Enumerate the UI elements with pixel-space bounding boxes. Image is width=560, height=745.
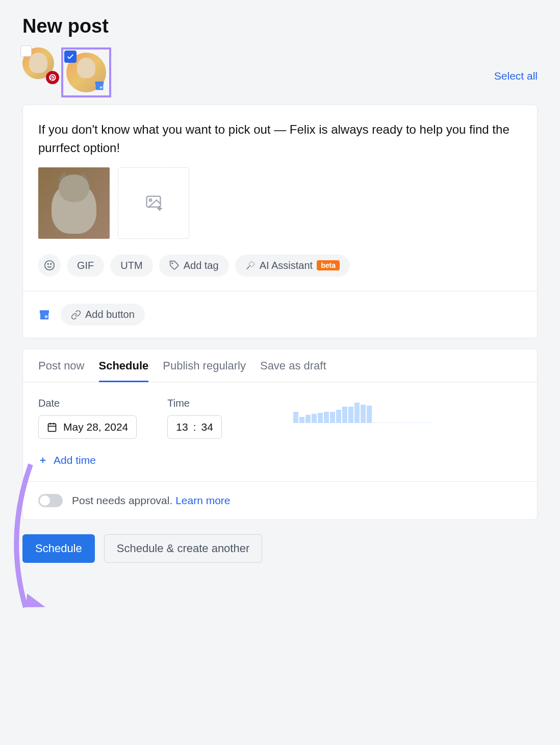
svg-point-3 bbox=[149, 199, 152, 202]
ai-assistant-label: AI Assistant bbox=[260, 260, 313, 271]
chart-bar bbox=[397, 422, 402, 423]
composer-toolbar: GIF UTM Add tag AI Assistant beta bbox=[23, 254, 537, 291]
emoji-button[interactable] bbox=[38, 254, 61, 277]
schedule-create-another-button[interactable]: Schedule & create another bbox=[104, 534, 263, 563]
accounts-list: G bbox=[22, 47, 111, 97]
chart-bar bbox=[324, 412, 329, 423]
chart-bar bbox=[330, 412, 335, 423]
chart-bar bbox=[312, 414, 317, 423]
chart-bar bbox=[348, 407, 353, 423]
date-field-group: Date May 28, 2024 bbox=[38, 398, 137, 439]
composer-card: If you don't know what you want to pick … bbox=[22, 105, 538, 338]
post-text-input[interactable]: If you don't know what you want to pick … bbox=[23, 105, 537, 167]
chart-bar bbox=[403, 422, 409, 423]
schedule-body: Date May 28, 2024 Time 13 : 34 bbox=[23, 382, 537, 454]
calendar-icon bbox=[47, 422, 57, 432]
checkbox-unchecked-icon[interactable] bbox=[20, 45, 32, 57]
checkbox-checked-icon[interactable] bbox=[64, 51, 77, 63]
magic-wand-icon bbox=[245, 260, 256, 270]
link-icon bbox=[71, 310, 81, 320]
tab-post-now[interactable]: Post now bbox=[38, 359, 85, 382]
action-buttons: Schedule Schedule & create another bbox=[22, 530, 538, 563]
scheduling-tabs: Post now Schedule Publish regularly Save… bbox=[23, 349, 537, 382]
media-thumbnail[interactable] bbox=[38, 167, 110, 239]
tag-icon bbox=[169, 260, 180, 270]
chart-bar bbox=[422, 422, 427, 423]
pinterest-icon bbox=[46, 71, 59, 84]
beta-badge: beta bbox=[317, 260, 340, 270]
date-input[interactable]: May 28, 2024 bbox=[38, 415, 137, 439]
svg-point-6 bbox=[50, 263, 52, 264]
best-time-chart bbox=[252, 398, 522, 423]
chart-bar bbox=[354, 403, 360, 423]
add-button-label: Add button bbox=[85, 309, 135, 320]
add-media-button[interactable] bbox=[118, 167, 189, 239]
add-time-label: Add time bbox=[54, 454, 96, 466]
chart-bar bbox=[342, 407, 347, 423]
approval-section: Post needs approval. Learn more bbox=[23, 481, 537, 519]
approval-toggle[interactable] bbox=[38, 494, 63, 507]
add-time-row: Add time bbox=[23, 454, 537, 481]
time-input[interactable]: 13 : 34 bbox=[167, 415, 222, 439]
date-value: May 28, 2024 bbox=[63, 421, 128, 433]
chart-bar bbox=[336, 410, 341, 423]
add-tag-label: Add tag bbox=[184, 260, 219, 271]
time-separator: : bbox=[193, 421, 196, 433]
gif-button[interactable]: GIF bbox=[67, 255, 104, 277]
svg-rect-10 bbox=[48, 424, 56, 431]
accounts-row: G Select all bbox=[22, 47, 538, 97]
gmb-icon: G bbox=[38, 309, 50, 321]
platform-options-section: G Add button bbox=[23, 291, 537, 338]
chart-bar bbox=[293, 412, 298, 423]
select-all-button[interactable]: Select all bbox=[494, 47, 538, 82]
time-minute: 34 bbox=[201, 421, 213, 433]
tab-save-as-draft[interactable]: Save as draft bbox=[260, 359, 326, 382]
schedule-button[interactable]: Schedule bbox=[22, 534, 95, 563]
date-label: Date bbox=[38, 398, 137, 409]
add-image-icon bbox=[144, 194, 163, 212]
chart-bar bbox=[391, 422, 396, 423]
chart-bar bbox=[410, 422, 415, 423]
chart-bar bbox=[373, 422, 378, 423]
page-title: New post bbox=[22, 15, 538, 37]
account-pinterest[interactable] bbox=[22, 47, 58, 83]
chart-bar bbox=[428, 422, 433, 423]
add-tag-button[interactable]: Add tag bbox=[159, 255, 229, 277]
plus-icon bbox=[38, 456, 47, 465]
account-gmb-selected[interactable]: G bbox=[61, 47, 111, 97]
svg-text:G: G bbox=[45, 315, 47, 318]
svg-point-7 bbox=[172, 263, 173, 264]
chart-bar bbox=[367, 406, 372, 423]
add-time-button[interactable]: Add time bbox=[38, 454, 96, 466]
scheduling-card: Post now Schedule Publish regularly Save… bbox=[22, 349, 538, 520]
ai-assistant-button[interactable]: AI Assistant beta bbox=[235, 255, 350, 277]
chart-bar bbox=[361, 405, 366, 423]
approval-text: Post needs approval. Learn more bbox=[72, 494, 231, 507]
utm-button[interactable]: UTM bbox=[110, 255, 152, 277]
add-button-button[interactable]: Add button bbox=[61, 304, 145, 326]
svg-text:G: G bbox=[100, 86, 102, 89]
media-row bbox=[23, 167, 537, 254]
chart-bar bbox=[379, 422, 384, 423]
learn-more-link[interactable]: Learn more bbox=[175, 494, 230, 506]
chart-bar bbox=[306, 415, 311, 423]
emoji-icon bbox=[44, 260, 55, 271]
chart-bar bbox=[318, 413, 323, 423]
tab-publish-regularly[interactable]: Publish regularly bbox=[163, 359, 246, 382]
svg-point-4 bbox=[45, 261, 54, 270]
tab-schedule[interactable]: Schedule bbox=[99, 359, 149, 382]
chart-bar bbox=[416, 422, 421, 423]
gmb-icon: G bbox=[93, 79, 106, 92]
svg-point-5 bbox=[47, 263, 48, 264]
chart-bar bbox=[299, 417, 304, 423]
time-field-group: Time 13 : 34 bbox=[167, 398, 222, 439]
chart-bar bbox=[385, 422, 390, 423]
time-hour: 13 bbox=[176, 421, 188, 433]
time-label: Time bbox=[167, 398, 222, 409]
